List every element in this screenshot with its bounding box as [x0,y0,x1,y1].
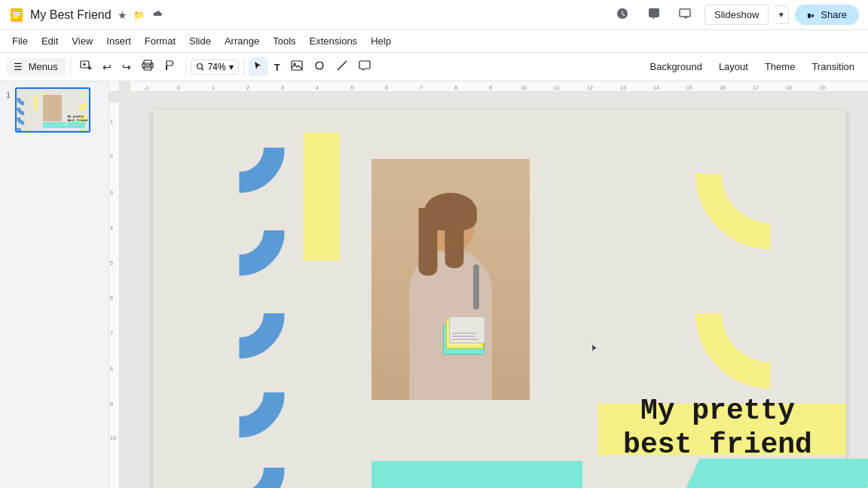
zoom-value: 74% [208,62,226,72]
zoom-dropdown-icon: ▾ [229,62,234,72]
menu-edit[interactable]: Edit [35,33,64,49]
image-tool-button[interactable] [286,56,307,77]
ruler-vmark-1: 1 [110,119,113,124]
menu-view[interactable]: View [66,33,99,49]
menu-format[interactable]: Format [139,33,182,49]
redo-button[interactable]: ↪ [118,58,136,76]
ruler-horizontal: -1 0 1 2 3 4 5 6 7 8 9 10 11 12 [130,81,868,92]
zoom-control[interactable]: 74% ▾ [191,59,239,75]
menu-tools[interactable]: Tools [267,33,301,49]
ruler-vmark-8: 8 [110,366,113,371]
svg-rect-18 [292,61,302,70]
transition-button[interactable]: Transition [804,58,862,75]
separator-1 [70,59,71,75]
cursor-tool-button[interactable] [249,57,268,76]
yellow-arc-1 [695,99,846,249]
svg-rect-1 [13,12,20,14]
canvas-area[interactable]: -1 0 1 2 3 4 5 6 7 8 9 10 11 12 [109,81,868,488]
present-button[interactable] [673,4,698,26]
svg-rect-14 [150,65,151,66]
menu-slide[interactable]: Slide [183,33,217,49]
mini-yellow-arc-1 [71,95,87,111]
main-content: 1 My prettybest friend [0,81,868,488]
ruler-mark-1: 1 [212,85,215,90]
ruler-mark-9: 9 [489,85,492,90]
blue-arc-4 [194,347,285,438]
slideshow-button[interactable]: Slideshow [704,5,769,25]
toolbar-right-buttons: Background Layout Theme Transition [642,58,862,75]
teal-rect-bottom [371,461,582,488]
menu-arrange[interactable]: Arrange [219,33,265,49]
menu-file[interactable]: File [6,33,34,49]
cursor [590,342,598,349]
doc-title[interactable]: My Best Friend [30,8,112,22]
undo-button[interactable]: ↩ [98,58,116,76]
ruler-vmark-10: 10 [110,435,116,441]
menu-extensions[interactable]: Extensions [304,33,364,49]
title-left: My Best Friend ★ 📁 [9,8,163,23]
slide-thumb-canvas: My prettybest friend [17,89,89,131]
theme-button[interactable]: Theme [757,58,802,75]
ruler-mark-3: 3 [281,85,284,90]
blue-arc-2 [194,185,285,276]
menu-help[interactable]: Help [365,33,397,49]
svg-rect-2 [13,14,20,16]
ruler-mark-12: 12 [587,85,593,90]
comment-tool-button[interactable] [354,56,375,77]
text-tool-button[interactable]: T [270,58,285,76]
slide-scroll-area[interactable]: My pretty best friend [120,92,868,488]
slide-number: 1 [6,87,11,99]
yellow-rect-left [304,133,340,261]
svg-rect-3 [13,17,18,18]
blue-arc-3 [194,268,285,358]
background-button[interactable]: Background [642,58,709,75]
add-slide-button[interactable] [75,56,96,77]
share-button[interactable]: Share [795,5,859,25]
shape-tool-button[interactable] [309,56,330,77]
ruler-mark-2: 2 [246,85,249,90]
ruler-mark-18: 18 [786,85,792,90]
slide-canvas[interactable]: My pretty best friend [153,110,846,488]
cloud-icon [151,9,163,20]
svg-rect-4 [680,9,690,17]
ruler-mark-5: 5 [350,85,353,90]
ruler-mark-0: 0 [177,85,180,90]
history-button[interactable] [610,4,635,26]
comments-button[interactable] [641,4,667,26]
svg-line-22 [338,61,347,70]
ruler-mark-8: 8 [454,85,457,90]
star-icon[interactable]: ★ [118,9,127,21]
menus-button[interactable]: ☰ Menus [6,58,66,75]
svg-rect-11 [144,60,151,65]
ruler-mark-16: 16 [720,85,726,90]
ruler-vmark-3: 3 [110,190,113,195]
svg-point-16 [197,63,202,69]
svg-rect-5 [683,17,688,17]
svg-line-17 [201,68,203,70]
mini-teal-rect [43,122,66,128]
folder-icon[interactable]: 📁 [133,10,145,20]
line-tool-button[interactable] [332,56,353,77]
menu-bar: File Edit View Insert Format Slide Arran… [0,30,868,53]
ruler-mark-11: 11 [554,85,560,90]
slide-title-text[interactable]: My pretty best friend [598,394,839,462]
title-bar: My Best Friend ★ 📁 Slideshow [0,0,868,30]
paint-format-button[interactable] [160,56,181,77]
slide-thumbnail[interactable]: My prettybest friend [15,87,90,133]
ruler-mark-4: 4 [316,85,319,90]
print-button[interactable] [137,56,158,77]
ruler-corner [109,81,120,92]
menu-insert[interactable]: Insert [100,33,137,49]
blue-arc-1 [194,102,285,193]
separator-2 [185,59,186,75]
menus-label: Menus [29,61,58,72]
ruler-mark-6: 6 [385,85,388,90]
yellow-arc-2 [695,238,846,389]
ruler-mark-neg1: -1 [144,85,148,90]
svg-rect-21 [316,63,322,69]
slideshow-dropdown-button[interactable]: ▾ [775,5,789,24]
layout-button[interactable]: Layout [711,58,756,75]
slide-panel[interactable]: 1 My prettybest friend [0,81,109,488]
ruler-vmark-7: 7 [110,331,113,336]
app-logo [9,8,24,23]
